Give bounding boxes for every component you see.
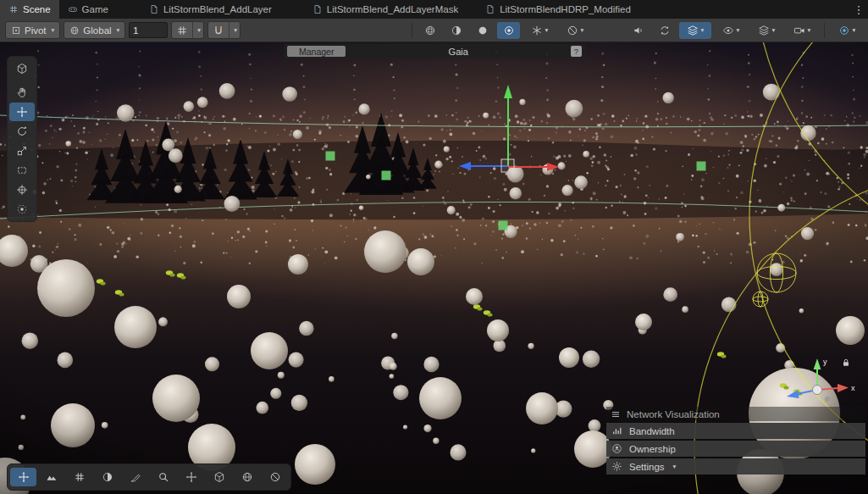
settings-row[interactable]: Settings ▾ (606, 458, 865, 475)
search-button[interactable] (150, 468, 176, 486)
chevron-down-icon: ▾ (52, 27, 55, 34)
magnet-snap-control[interactable]: ▾ (207, 21, 240, 39)
overlay-stack-dropdown[interactable]: ▾ (750, 22, 782, 39)
tab-scene-label: Scene (23, 4, 51, 14)
tab-shader-hdrp-modified[interactable]: LitStormBlendHDRP_Modified (477, 0, 639, 19)
transform-tool[interactable] (9, 180, 35, 199)
bandwidth-row[interactable]: Bandwidth (606, 423, 865, 439)
visibility-dropdown[interactable]: ▾ (715, 22, 747, 39)
person-icon (611, 443, 622, 454)
move-icon (185, 471, 197, 483)
filled-circle-toggle[interactable] (471, 22, 494, 39)
pivot-label: Pivot (25, 25, 47, 36)
camera-dropdown[interactable]: ▾ (786, 22, 818, 39)
rect-tool[interactable] (9, 161, 35, 180)
world-button[interactable] (234, 468, 260, 486)
shader-doc-icon (485, 4, 495, 14)
layers-stack-icon (758, 25, 770, 36)
tab-bar: Scene Game LitStormBlend_AddLayer LitSto… (0, 0, 868, 19)
game-pad-icon (68, 4, 78, 14)
sphere-mode-button[interactable] (94, 468, 120, 486)
transform-button[interactable] (178, 468, 204, 486)
chevron-down-icon: ▾ (234, 27, 237, 34)
terrain-tool-button[interactable] (38, 468, 64, 486)
hidden-objects-dropdown[interactable]: ▾ (559, 22, 591, 39)
prefab-button[interactable] (206, 468, 232, 486)
refresh-toggle[interactable] (653, 22, 676, 39)
focus-target-dropdown[interactable]: ▾ (831, 22, 863, 39)
tab-shader-addlayermask[interactable]: LitStormBlend_AddLayerMask (304, 0, 467, 19)
axis-y-label: y (823, 358, 827, 366)
effects-dropdown[interactable]: ▾ (523, 22, 556, 39)
toolbar-separator (824, 23, 825, 38)
move-tool-button[interactable] (10, 468, 36, 486)
snap-increment-input[interactable] (129, 22, 168, 38)
paint-tool-button[interactable] (122, 468, 148, 486)
wireframe-sphere-toggle[interactable] (418, 22, 441, 39)
axis-hidden-cone[interactable] (825, 397, 830, 402)
compass-button[interactable] (262, 468, 288, 486)
hand-tool[interactable] (9, 83, 35, 102)
move-tool[interactable] (9, 103, 35, 121)
gaia-manager-button[interactable]: Manager (287, 46, 346, 57)
scale-icon (16, 145, 28, 157)
chevron-down-icon: ▾ (737, 27, 740, 34)
cube-view-icon (16, 63, 28, 75)
tab-game-label: Game (82, 4, 108, 14)
focus-target-icon (838, 25, 850, 36)
audio-toggle[interactable] (627, 22, 650, 39)
scene-viewport[interactable]: Manager Gaia ? Network Visualization Ban… (0, 42, 868, 494)
toolbar-separator (412, 23, 412, 38)
scale-tool[interactable] (9, 142, 35, 160)
rotate-icon (16, 125, 28, 137)
terrain-mountain-icon (46, 471, 58, 483)
network-overlay-title: Network Visualization (627, 409, 720, 419)
magnet-snap-icon (213, 25, 224, 36)
overflow-menu-icon[interactable]: ⋮ (849, 0, 868, 19)
ownership-row[interactable]: Ownership (606, 441, 865, 457)
scene-toolbar: Pivot ▾ Global ▾ ▾ ▾ ▾ ▾ ▾ ▾ ▾ ▾ (0, 19, 868, 42)
network-overlay-header[interactable]: Network Visualization (606, 407, 865, 421)
rotation-lock[interactable] (841, 358, 851, 368)
chevron-down-icon: ▾ (197, 27, 201, 34)
axis-x-cone[interactable] (838, 384, 849, 392)
prefab-cube-icon (213, 471, 225, 483)
camera-view-icon (793, 25, 805, 36)
gaia-window-bar: Manager Gaia ? (284, 44, 585, 58)
chevron-down-icon: ▾ (673, 463, 677, 470)
lock-icon (841, 358, 851, 368)
handle-orientation-dropdown[interactable]: Global ▾ (64, 21, 125, 39)
search-icon (158, 471, 169, 483)
grid-snap-control[interactable]: ▾ (171, 21, 204, 39)
ring-circle-icon (503, 25, 515, 36)
help-icon[interactable]: ? (571, 46, 582, 57)
chevron-down-icon: ▾ (701, 27, 705, 34)
hand-icon (16, 86, 28, 98)
axis-z-cone[interactable] (787, 390, 799, 398)
view-cube-tool[interactable] (9, 59, 35, 78)
grid-tool-button[interactable] (66, 468, 92, 486)
ring-circle-toggle[interactable] (497, 22, 520, 39)
unity-editor-window: Scene Game LitStormBlend_AddLayer LitSto… (0, 0, 868, 494)
tab-game[interactable]: Game (59, 0, 117, 19)
scene-grid-icon (8, 4, 19, 14)
half-sphere-icon (102, 471, 113, 483)
layers-active-dropdown[interactable]: ▾ (679, 22, 711, 39)
pivot-dropdown[interactable]: Pivot ▾ (5, 21, 60, 39)
custom-tool[interactable] (9, 200, 35, 219)
chevron-down-icon: ▾ (853, 27, 856, 34)
chevron-down-icon: ▾ (545, 27, 549, 34)
globe-icon (69, 25, 80, 36)
settings-label: Settings (629, 462, 665, 472)
chevron-down-icon: ▾ (117, 27, 120, 34)
chevron-down-icon: ▾ (772, 27, 776, 34)
grid-snap-icon (176, 25, 188, 36)
rotate-tool[interactable] (9, 122, 35, 141)
tab-scene[interactable]: Scene (0, 0, 59, 19)
visibility-eye-icon (722, 25, 734, 36)
half-sphere-toggle[interactable] (445, 22, 467, 39)
tab-shader-addlayer[interactable]: LitStormBlend_AddLayer (141, 0, 280, 19)
axis-y-cone[interactable] (814, 358, 821, 369)
chevron-down-icon: ▾ (808, 27, 811, 34)
axis-center[interactable] (813, 386, 822, 395)
